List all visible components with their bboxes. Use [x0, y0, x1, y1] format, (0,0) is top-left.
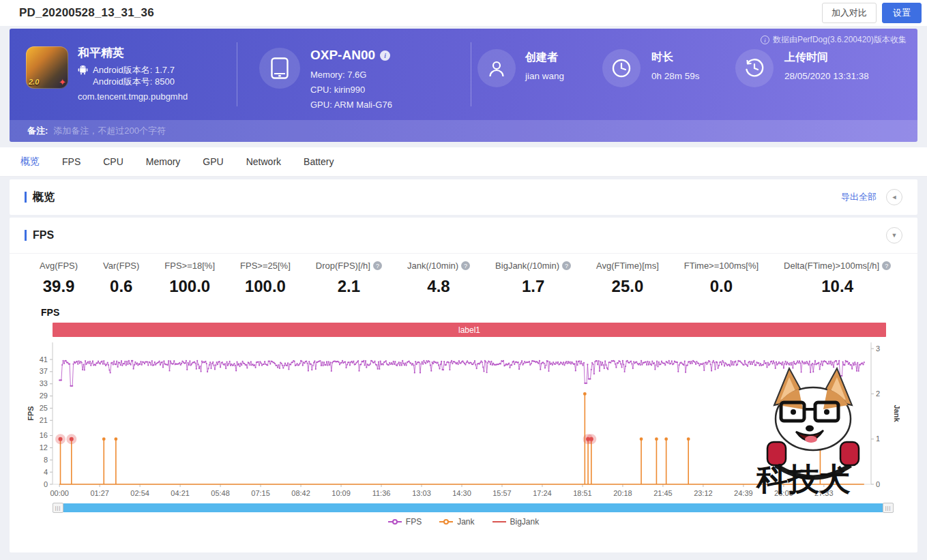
- help-icon[interactable]: ?: [562, 261, 571, 270]
- section-tabs: 概览FPSCPUMemoryGPUNetworkBattery: [0, 147, 927, 177]
- chart-range-scrollbar[interactable]: ||| |||: [53, 503, 894, 512]
- stat-avg-ftime-ms-: Avg(FTime)[ms]25.0: [596, 261, 659, 296]
- creator-icon-circle: [477, 49, 516, 87]
- svg-text:05:48: 05:48: [211, 489, 230, 497]
- tab-network[interactable]: Network: [246, 156, 281, 167]
- topbar: PD_20200528_13_31_36 加入对比 设置: [0, 0, 927, 26]
- help-icon[interactable]: ?: [461, 261, 470, 270]
- legend-item-fps[interactable]: FPS: [388, 517, 422, 527]
- person-icon: [487, 59, 506, 78]
- svg-text:26:06: 26:06: [774, 489, 793, 497]
- stat-fps-25-: FPS>=25[%]100.0: [240, 261, 291, 296]
- overview-card: 概览 导出全部 ◄: [10, 179, 917, 215]
- stat-value: 4.8: [407, 277, 470, 296]
- svg-text:17:24: 17:24: [533, 489, 552, 497]
- tab-gpu[interactable]: GPU: [203, 156, 223, 167]
- title-accent-bar: [25, 230, 27, 241]
- title-accent-bar: [25, 192, 27, 203]
- duration-icon-circle: [602, 49, 641, 87]
- help-icon[interactable]: ?: [882, 261, 891, 270]
- svg-text:1: 1: [876, 434, 880, 443]
- app-version-block: Android版本名: 1.7.7 Android版本号: 8500: [78, 64, 175, 87]
- stat-value: 1.7: [495, 277, 571, 296]
- svg-text:37: 37: [40, 367, 48, 375]
- svg-text:4: 4: [44, 468, 48, 476]
- stat-label: Avg(FPS): [40, 261, 78, 271]
- stat-delta-ftime-100ms-h-: Delta(FTime)>100ms[/h]?10.4: [784, 261, 891, 296]
- stat-value: 39.9: [40, 277, 78, 296]
- svg-text:3: 3: [876, 344, 880, 353]
- legend-item-jank[interactable]: Jank: [439, 517, 474, 527]
- banner-main: i 数据由PerfDog(3.6.200420)版本收集 2.0 ✦ 和平精英: [10, 29, 917, 120]
- device-info-icon[interactable]: i: [380, 50, 390, 61]
- clock-icon: [611, 58, 632, 78]
- chart-plot-wrap: 41373329252116128403210FPSJank00:0001:27…: [27, 337, 900, 502]
- legend-label: BigJank: [510, 517, 540, 527]
- settings-button[interactable]: 设置: [882, 3, 922, 23]
- legend-marker-icon: [439, 518, 453, 525]
- collapse-left-button[interactable]: ◄: [886, 189, 902, 205]
- range-handle-right[interactable]: |||: [883, 503, 894, 513]
- stat-value: 2.1: [316, 277, 382, 296]
- stat-label: FTime>=100ms[%]: [684, 261, 759, 271]
- svg-text:18:51: 18:51: [573, 489, 592, 497]
- tab-memory[interactable]: Memory: [146, 156, 181, 167]
- stat-value: 100.0: [240, 277, 291, 296]
- tab-fps[interactable]: FPS: [62, 156, 80, 167]
- info-icon: i: [761, 35, 769, 44]
- svg-text:15:57: 15:57: [492, 489, 512, 497]
- legend-marker-icon: [492, 518, 506, 525]
- duration-label: 时长: [651, 50, 673, 65]
- stat-value: 0.0: [684, 277, 759, 296]
- history-clock-icon: [744, 58, 765, 78]
- svg-text:0: 0: [44, 480, 48, 488]
- tab-cpu[interactable]: CPU: [103, 156, 123, 167]
- help-icon[interactable]: ?: [373, 261, 382, 270]
- device-name: OXP-AN00 i: [310, 48, 390, 63]
- app-version-code: Android版本号: 8500: [93, 76, 175, 87]
- legend-item-bigjank[interactable]: BigJank: [492, 517, 540, 527]
- device-memory: Memory: 7.6G: [310, 70, 366, 80]
- export-all-link[interactable]: 导出全部: [841, 191, 877, 203]
- tab-概览[interactable]: 概览: [20, 156, 40, 168]
- device-gpu: GPU: ARM Mali-G76: [310, 100, 392, 110]
- tab-battery[interactable]: Battery: [304, 156, 334, 167]
- note-strip: 备注: 添加备注，不超过200个字符: [10, 120, 917, 142]
- chart-label-banner: label1: [53, 323, 886, 337]
- svg-text:10:09: 10:09: [332, 489, 351, 497]
- page-title: PD_20200528_13_31_36: [19, 6, 154, 20]
- note-label: 备注:: [27, 125, 48, 137]
- svg-text:14:30: 14:30: [452, 489, 471, 497]
- svg-text:Jank: Jank: [893, 404, 900, 422]
- stat-label: Var(FPS): [103, 261, 139, 271]
- upload-time-value: 28/05/2020 13:31:38: [784, 71, 869, 81]
- divider: [237, 42, 237, 106]
- svg-text:33: 33: [40, 379, 48, 387]
- fps-stats-row: Avg(FPS)39.9Var(FPS)0.6FPS>=18[%]100.0FP…: [40, 261, 917, 296]
- stat-bigjank-10min-: BigJank(/10min)?1.7: [495, 261, 571, 296]
- fps-line-chart: 41373329252116128403210FPSJank00:0001:27…: [27, 337, 900, 499]
- add-to-compare-button[interactable]: 加入对比: [822, 3, 877, 23]
- svg-text:08:42: 08:42: [291, 489, 310, 497]
- stat-label: Delta(FTime)>100ms[/h]: [784, 261, 879, 271]
- topbar-actions: 加入对比 设置: [822, 3, 922, 23]
- stat-jank-10min-: Jank(/10min)?4.8: [407, 261, 470, 296]
- svg-text:00:00: 00:00: [50, 489, 69, 497]
- stat-label: FPS>=18[%]: [164, 261, 215, 271]
- stat-value: 100.0: [164, 277, 215, 296]
- collapse-down-button[interactable]: ▼: [886, 227, 902, 244]
- range-handle-left[interactable]: |||: [53, 503, 63, 513]
- svg-text:07:15: 07:15: [251, 489, 270, 497]
- stat-value: 0.6: [103, 277, 139, 296]
- app-version-name: Android版本名: 1.7.7: [93, 65, 175, 75]
- stat-drop-fps-h-: Drop(FPS)[/h]?2.1: [316, 261, 382, 296]
- svg-text:16: 16: [40, 431, 48, 439]
- device-icon-circle: [259, 48, 300, 89]
- svg-text:21:45: 21:45: [653, 489, 673, 497]
- chart-legend: FPSJankBigJank: [10, 517, 917, 527]
- stat-avg-fps-: Avg(FPS)39.9: [40, 261, 78, 296]
- star-icon: ✦: [59, 77, 66, 87]
- svg-text:FPS: FPS: [27, 406, 35, 420]
- svg-text:29: 29: [40, 392, 48, 400]
- note-input[interactable]: 添加备注，不超过200个字符: [53, 125, 917, 137]
